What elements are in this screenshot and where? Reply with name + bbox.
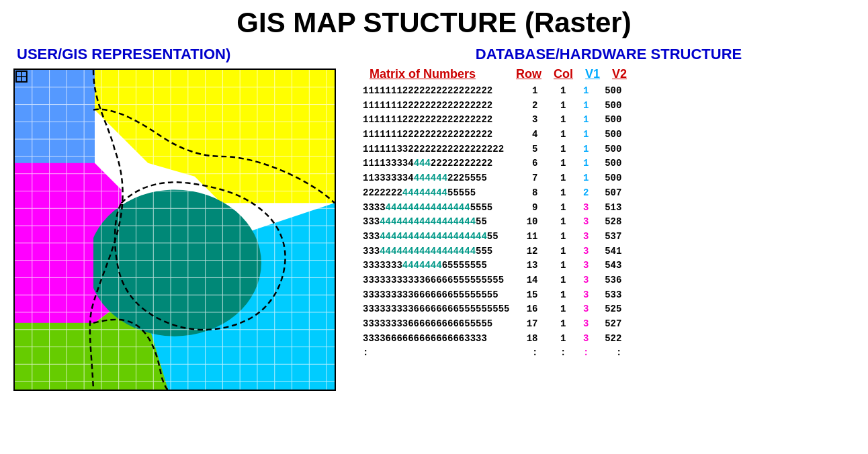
map-container	[13, 69, 336, 391]
table-row: 1	[547, 156, 566, 171]
table-row: 1	[547, 99, 566, 114]
col-header-v2: V2	[612, 67, 627, 81]
table-row: 1	[547, 302, 566, 317]
table-row: 1	[547, 215, 566, 230]
table-row: 1	[575, 156, 589, 171]
table-row: 17	[519, 317, 537, 332]
left-title: USER/GIS REPRESENTATION)	[17, 46, 343, 63]
v1-col: 111111123333333333:	[575, 84, 589, 361]
table-row: 1	[547, 84, 566, 99]
table-row: 543	[598, 259, 621, 273]
table-row: 1	[575, 84, 589, 99]
table-row: 2	[519, 99, 537, 114]
col-header-col: Col	[554, 67, 573, 81]
table-row: 528	[598, 215, 621, 230]
ellipsis-row: :	[547, 346, 566, 361]
table-row: 3	[575, 317, 589, 332]
table-row: 3	[575, 230, 589, 244]
svg-marker-1	[95, 70, 335, 203]
table-row: 5	[519, 142, 537, 157]
table-row: 1	[547, 259, 566, 273]
table-row: 1	[575, 128, 589, 142]
table-row: 15	[519, 288, 537, 303]
table-row: 18	[519, 332, 537, 347]
table-row: 507	[598, 186, 621, 201]
row-col: 123456789101112131415161718:	[519, 84, 537, 361]
svg-rect-8	[15, 323, 93, 390]
table-row: 16	[519, 302, 537, 317]
table-row: 1	[547, 201, 566, 216]
table-row: 2	[575, 186, 589, 201]
content-row: USER/GIS REPRESENTATION)	[13, 46, 855, 391]
ellipsis-row: :	[575, 346, 589, 361]
table-row: 525	[598, 302, 621, 317]
left-panel: USER/GIS REPRESENTATION)	[13, 46, 343, 391]
table-row: 500	[598, 171, 621, 186]
table-row: 500	[598, 99, 621, 114]
table-row: 3	[575, 273, 589, 288]
table-row: 14	[519, 273, 537, 288]
map-svg	[15, 70, 335, 390]
table-row: 1	[575, 99, 589, 114]
table-row: 12	[519, 244, 537, 259]
table-row: 9	[519, 201, 537, 216]
table-row: 7	[519, 171, 537, 186]
table-row: 4	[519, 128, 537, 142]
matrix-subtitle: Matrix of Numbers	[370, 67, 476, 81]
main-title: GIS MAP STUCTURE (Raster)	[13, 7, 855, 39]
table-row: 13	[519, 259, 537, 273]
table-row: 527	[598, 317, 621, 332]
header-area: Matrix of Numbers Row Col V1 V2	[363, 67, 855, 83]
rows-area: 11111112222222222222222 1111111222222222…	[363, 84, 855, 361]
table-row: 3	[575, 244, 589, 259]
col-header-v1: V1	[585, 67, 600, 81]
table-row: 537	[598, 230, 621, 244]
v2-col: 5005005005005005005005075135285375415435…	[598, 84, 621, 361]
table-row: 1	[575, 171, 589, 186]
table-row: 8	[519, 186, 537, 201]
table-row: 500	[598, 113, 621, 128]
ellipsis-row: :	[519, 346, 537, 361]
col-header-row: Row	[516, 67, 541, 81]
table-row: 500	[598, 128, 621, 142]
db-title: DATABASE/HARDWARE STRUCTURE	[363, 46, 855, 63]
table-row: 1	[547, 230, 566, 244]
page: GIS MAP STUCTURE (Raster) USER/GIS REPRE…	[0, 0, 868, 454]
table-row: 3	[575, 332, 589, 347]
table-row: 1	[547, 171, 566, 186]
table-row: 1	[547, 113, 566, 128]
table-row: 500	[598, 142, 621, 157]
table-row: 11	[519, 230, 537, 244]
table-row: 1	[547, 128, 566, 142]
table-row: 1	[547, 244, 566, 259]
table-row: 10	[519, 215, 537, 230]
table-row: 6	[519, 156, 537, 171]
table-row: 533	[598, 288, 621, 303]
table-row: 513	[598, 201, 621, 216]
col-col: 111111111111111111:	[547, 84, 566, 361]
table-row: 1	[547, 317, 566, 332]
svg-point-5	[88, 190, 261, 336]
table-row: 3	[519, 113, 537, 128]
table-row: 1	[547, 273, 566, 288]
table-row: 536	[598, 273, 621, 288]
table-row: 500	[598, 84, 621, 99]
table-row: 3	[575, 302, 589, 317]
table-row: 500	[598, 156, 621, 171]
table-row: 522	[598, 332, 621, 347]
table-row: 1	[519, 84, 537, 99]
right-panel: DATABASE/HARDWARE STRUCTURE Matrix of Nu…	[363, 46, 855, 361]
table-row: 1	[547, 142, 566, 157]
table-row: 1	[547, 332, 566, 347]
table-row: 3	[575, 259, 589, 273]
matrix-col: 11111112222222222222222 1111111222222222…	[363, 84, 509, 361]
table-row: 1	[575, 142, 589, 157]
svg-rect-6	[15, 70, 93, 163]
table-row: 1	[547, 288, 566, 303]
ellipsis-row: :	[598, 346, 621, 361]
table-row: 1	[575, 113, 589, 128]
table-row: 3	[575, 288, 589, 303]
table-row: 1	[547, 186, 566, 201]
table-row: 3	[575, 201, 589, 216]
table-section: Matrix of Numbers Row Col V1 V2 11111112…	[363, 67, 855, 361]
